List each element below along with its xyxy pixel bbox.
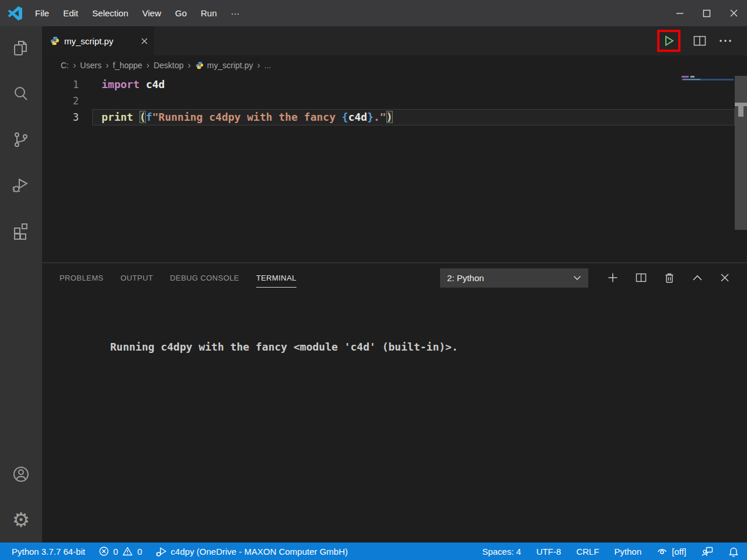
run-python-file-button[interactable] xyxy=(662,34,675,47)
warning-icon xyxy=(122,546,133,556)
toggle-state-label: [off] xyxy=(672,547,686,556)
python-icon xyxy=(50,36,60,46)
maximize-panel-chevron-up-icon[interactable] xyxy=(692,274,703,281)
chevron-down-icon xyxy=(573,275,581,281)
breadcrumb-drive[interactable]: C: xyxy=(60,61,70,70)
terminal-output[interactable]: Running c4dpy with the fancy <module 'c4… xyxy=(42,292,747,365)
close-panel-icon[interactable] xyxy=(720,273,729,282)
editor-actions xyxy=(657,26,747,55)
line-number: 1 xyxy=(42,76,79,93)
eol-status[interactable]: CRLF xyxy=(576,547,599,556)
indentation-status[interactable]: Spaces: 4 xyxy=(482,547,521,556)
explorer-icon[interactable] xyxy=(0,26,42,72)
chevron-right-icon: › xyxy=(254,60,263,71)
eye-icon xyxy=(657,547,668,556)
breadcrumb-file[interactable]: my_script.py xyxy=(206,61,254,70)
menu-go[interactable]: Go xyxy=(168,0,194,26)
menu-bar: File Edit Selection View Go Run ··· xyxy=(28,0,247,26)
kill-terminal-trash-icon[interactable] xyxy=(664,272,675,284)
code-line-3-current: 3 print (f"Running c4dpy with the fancy … xyxy=(42,109,747,125)
menu-file[interactable]: File xyxy=(28,0,56,26)
bell-icon xyxy=(728,546,739,557)
menu-view[interactable]: View xyxy=(135,0,168,26)
editor-region: my_script.py xyxy=(42,26,747,542)
status-bar: Python 3.7.7 64-bit 0 0 c4dpy (OneDrive … xyxy=(0,542,747,560)
error-count: 0 xyxy=(113,547,118,556)
environment-status[interactable]: c4dpy (OneDrive - MAXON Computer GmbH) xyxy=(156,546,348,557)
terminal-output-line: Running c4dpy with the fancy <module 'c4… xyxy=(110,341,458,353)
maximize-icon[interactable] xyxy=(693,0,720,26)
account-icon[interactable] xyxy=(0,452,42,497)
breadcrumb-user[interactable]: f_hoppe xyxy=(111,61,144,70)
language-mode-status[interactable]: Python xyxy=(615,547,642,556)
code-line-1: 1 import c4d xyxy=(42,76,747,93)
breadcrumb: C: › Users › f_hoppe › Desktop › my_scri… xyxy=(42,55,747,75)
toggle-status[interactable]: [off] xyxy=(657,547,686,556)
tab-close-icon[interactable] xyxy=(141,37,148,45)
title-bar: File Edit Selection View Go Run ··· xyxy=(0,0,747,26)
tab-terminal[interactable]: TERMINAL xyxy=(256,274,296,282)
feedback-status[interactable] xyxy=(701,546,713,557)
chevron-right-icon: › xyxy=(144,60,152,71)
breadcrumb-symbol[interactable]: ... xyxy=(263,61,273,70)
chevron-right-icon: › xyxy=(103,60,111,71)
extensions-icon[interactable] xyxy=(0,208,42,254)
menu-run[interactable]: Run xyxy=(194,0,224,26)
encoding-status[interactable]: UTF-8 xyxy=(536,547,561,556)
run-and-debug-icon[interactable] xyxy=(0,163,42,208)
tab-bar: my_script.py xyxy=(42,26,747,55)
editor-scrollbar[interactable] xyxy=(735,76,747,230)
minimize-icon[interactable] xyxy=(666,0,693,26)
more-actions-icon[interactable] xyxy=(719,39,732,43)
code-line-2: 2 xyxy=(42,93,747,109)
panel-header: PROBLEMS OUTPUT DEBUG CONSOLE TERMINAL 2… xyxy=(42,263,747,292)
chevron-right-icon: › xyxy=(70,60,79,71)
breadcrumb-users[interactable]: Users xyxy=(79,61,103,70)
tab-debug-console[interactable]: DEBUG CONSOLE xyxy=(170,274,239,282)
menu-overflow[interactable]: ··· xyxy=(224,0,247,26)
tab-problems[interactable]: PROBLEMS xyxy=(60,274,103,282)
warning-count: 0 xyxy=(137,547,142,556)
debug-icon xyxy=(156,546,167,557)
tab-output[interactable]: OUTPUT xyxy=(120,274,153,282)
window-controls xyxy=(666,0,747,26)
chevron-right-icon: › xyxy=(185,60,194,71)
vscode-logo-icon xyxy=(8,6,22,20)
interpreter-status[interactable]: Python 3.7.7 64-bit xyxy=(12,547,85,556)
split-terminal-icon[interactable] xyxy=(636,273,647,282)
source-control-icon[interactable] xyxy=(0,117,42,163)
problems-status[interactable]: 0 0 xyxy=(99,546,142,556)
error-icon xyxy=(99,546,109,556)
line-number: 3 xyxy=(42,109,79,125)
annotation-red-box xyxy=(657,30,680,52)
search-icon[interactable] xyxy=(0,72,42,117)
code-editor[interactable]: 1 import c4d 2 3 print (f"Running c4dpy … xyxy=(42,75,747,262)
environment-label: c4dpy (OneDrive - MAXON Computer GmbH) xyxy=(171,547,348,556)
status-bar-right: Spaces: 4 UTF-8 CRLF Python [off] xyxy=(467,546,739,557)
terminal-selector-value: 2: Python xyxy=(447,273,573,283)
terminal-selector-dropdown[interactable]: 2: Python xyxy=(440,268,588,288)
tab-label: my_script.py xyxy=(64,36,136,46)
bottom-panel: PROBLEMS OUTPUT DEBUG CONSOLE TERMINAL 2… xyxy=(42,262,747,542)
breadcrumb-desktop[interactable]: Desktop xyxy=(152,61,184,70)
feedback-icon xyxy=(701,546,713,557)
panel-actions xyxy=(608,272,729,284)
close-icon[interactable] xyxy=(720,0,747,26)
line-number: 2 xyxy=(42,93,79,109)
activity-bar: ⚙ xyxy=(0,26,42,542)
new-terminal-icon[interactable] xyxy=(608,272,618,283)
minimap[interactable] xyxy=(680,75,735,113)
settings-gear-icon[interactable]: ⚙ xyxy=(0,497,42,542)
split-editor-icon[interactable] xyxy=(693,36,706,46)
menu-selection[interactable]: Selection xyxy=(85,0,135,26)
notifications-status[interactable] xyxy=(728,546,739,557)
tab-my-script[interactable]: my_script.py xyxy=(42,26,154,55)
menu-edit[interactable]: Edit xyxy=(56,0,85,26)
python-icon xyxy=(196,61,204,69)
